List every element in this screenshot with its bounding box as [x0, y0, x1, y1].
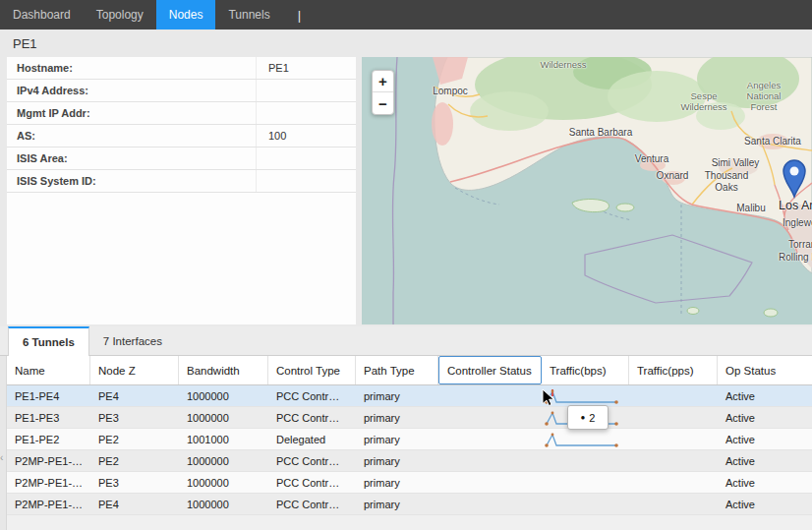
cell-node-z[interactable]: PE4 [90, 494, 179, 514]
cell-control-type[interactable]: PCC Contr… [268, 450, 356, 471]
cell-traffic-pps[interactable] [629, 450, 718, 471]
map-label-rolling-hills: Rolling Hills [779, 252, 812, 263]
cell-traffic-bps[interactable] [542, 494, 629, 514]
cell-controller-status[interactable] [438, 385, 542, 406]
tab-interfaces[interactable]: 7 Interfaces [89, 326, 176, 355]
zoom-out-button[interactable]: − [373, 92, 393, 114]
page-title: PE1 [13, 36, 37, 51]
tab-bar: 6 Tunnels 7 Interfaces [0, 326, 812, 356]
column-header-path-type[interactable]: Path Type [356, 356, 438, 384]
column-header-bandwidth[interactable]: Bandwidth [179, 356, 268, 384]
cell-controller-status[interactable] [438, 472, 542, 493]
cell-controller-status[interactable] [438, 494, 542, 514]
column-header-traffic-bps[interactable]: Traffic(bps) [542, 356, 629, 384]
cell-bandwidth[interactable]: 1000000 [179, 472, 268, 493]
cell-op-status[interactable]: Active [718, 407, 812, 428]
cell-controller-status[interactable] [438, 429, 542, 449]
cell-path-type[interactable]: primary [356, 407, 438, 428]
cell-path-type[interactable]: primary [356, 472, 438, 493]
detail-value [256, 170, 356, 192]
cell-name[interactable]: P2MP-PE1-… [7, 472, 90, 493]
cell-traffic-pps[interactable] [629, 407, 718, 428]
map-zoom-control: + − [372, 70, 394, 115]
table-row[interactable]: P2MP-PE1-… PE4 1000000 PCC Contr… primar… [7, 494, 812, 515]
collapse-handle[interactable]: ‹ [0, 356, 7, 530]
table-row[interactable]: P2MP-PE1-… PE3 1000000 PCC Contr… primar… [7, 472, 812, 494]
node-details-panel: Hostname: PE1 IPv4 Address: Mgmt IP Addr… [7, 57, 356, 324]
detail-value: 100 [256, 125, 356, 147]
cell-op-status[interactable]: Active [718, 450, 812, 471]
cell-bandwidth[interactable]: 1000000 [179, 385, 268, 406]
sparkline-chart [544, 431, 622, 448]
cell-name[interactable]: PE1-PE3 [7, 407, 90, 428]
cell-control-type[interactable]: PCC Contr… [268, 494, 356, 514]
detail-label: IPv4 Address: [17, 80, 256, 101]
cell-traffic-pps[interactable] [629, 494, 718, 514]
cell-node-z[interactable]: PE2 [90, 450, 179, 471]
cell-path-type[interactable]: primary [356, 429, 438, 449]
column-header-op-status[interactable]: Op Status [718, 356, 812, 384]
map-label-malibu: Malibu [736, 203, 765, 213]
cell-controller-status[interactable] [438, 450, 542, 471]
cell-bandwidth[interactable]: 1001000 [179, 429, 268, 449]
detail-value [256, 147, 356, 169]
tooltip-bullet-icon: ● [581, 413, 586, 422]
detail-label: AS: [17, 125, 256, 147]
table-header: Name Node Z Bandwidth Control Type Path … [7, 356, 812, 385]
cell-op-status[interactable]: Active [718, 429, 812, 449]
nav-item-nodes[interactable]: Nodes [156, 0, 216, 29]
cell-traffic-pps[interactable] [629, 429, 718, 449]
cell-name[interactable]: PE1-PE2 [7, 429, 90, 449]
table-row[interactable]: P2MP-PE1-… PE2 1000000 PCC Contr… primar… [7, 450, 812, 472]
cell-traffic-bps[interactable] [542, 429, 629, 449]
detail-label: Hostname: [17, 57, 256, 79]
zoom-in-button[interactable]: + [373, 71, 393, 92]
cell-node-z[interactable]: PE3 [90, 472, 179, 493]
tab-tunnels[interactable]: 6 Tunnels [8, 326, 89, 356]
cell-traffic-pps[interactable] [629, 472, 718, 493]
cell-bandwidth[interactable]: 1000000 [179, 450, 268, 471]
cell-traffic-bps[interactable] [542, 472, 629, 493]
cell-name[interactable]: PE1-PE4 [7, 385, 90, 406]
nav-separator: | [283, 0, 301, 29]
map-label-wilderness: Wilderness [541, 60, 587, 71]
location-pin-icon[interactable] [780, 155, 809, 201]
nav-item-topology[interactable]: Topology [84, 0, 156, 29]
cell-node-z[interactable]: PE4 [90, 385, 179, 406]
column-header-node-z[interactable]: Node Z [90, 356, 179, 384]
page-header: PE1 [0, 29, 812, 57]
table-row[interactable]: PE1-PE4 PE4 1000000 PCC Contr… primary [7, 385, 812, 407]
detail-value [256, 102, 356, 124]
cell-traffic-bps[interactable] [542, 450, 629, 471]
cell-op-status[interactable]: Active [718, 385, 812, 406]
nav-item-dashboard[interactable]: Dashboard [0, 0, 84, 29]
tooltip-value: 2 [589, 412, 595, 424]
cell-name[interactable]: P2MP-PE1-… [7, 494, 90, 514]
cell-node-z[interactable]: PE2 [90, 429, 179, 449]
nav-item-tunnels[interactable]: Tunnels [215, 0, 282, 29]
column-header-controller-status[interactable]: Controller Status [438, 356, 542, 384]
map-label-thousand-oaks: Thousand Oaks [695, 170, 758, 193]
cell-bandwidth[interactable]: 1000000 [179, 494, 268, 514]
map-label-angeles-national-forest: Angeles National Forest [737, 81, 790, 113]
cell-node-z[interactable]: PE3 [90, 407, 179, 428]
cell-control-type[interactable]: Delegated [268, 429, 356, 449]
column-header-name[interactable]: Name [7, 356, 90, 384]
cell-control-type[interactable]: PCC Contr… [268, 472, 356, 493]
column-header-control-type[interactable]: Control Type [268, 356, 356, 384]
cell-op-status[interactable]: Active [718, 472, 812, 493]
cell-control-type[interactable]: PCC Contr… [268, 385, 356, 406]
cell-bandwidth[interactable]: 1000000 [179, 407, 268, 428]
cell-op-status[interactable]: Active [718, 494, 812, 514]
column-header-traffic-pps[interactable]: Traffic(pps) [629, 356, 718, 384]
cell-path-type[interactable]: primary [356, 450, 438, 471]
cell-controller-status[interactable] [438, 407, 542, 428]
map-panel[interactable]: Wilderness Lompoc Sespe Wilderness Angel… [362, 57, 812, 324]
cell-path-type[interactable]: primary [356, 385, 438, 406]
cell-control-type[interactable]: PCC Contr… [268, 407, 356, 428]
table-row[interactable]: PE1-PE3 PE3 1000000 PCC Contr… primary A… [7, 407, 812, 429]
cell-path-type[interactable]: primary [356, 494, 438, 514]
cell-traffic-pps[interactable] [629, 385, 718, 406]
cell-name[interactable]: P2MP-PE1-… [7, 450, 90, 471]
table-row[interactable]: PE1-PE2 PE2 1001000 Delegated primary Ac… [7, 429, 812, 450]
